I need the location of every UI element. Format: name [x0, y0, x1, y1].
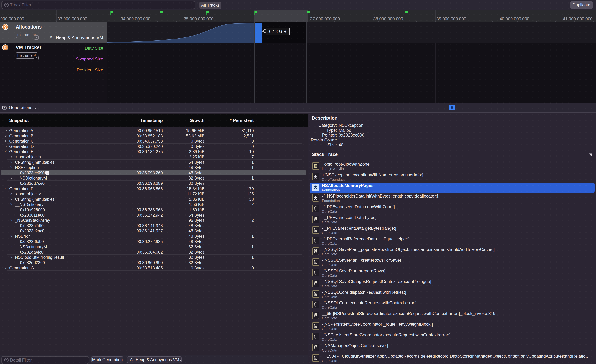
growth-cell: 96 Bytes: [189, 218, 205, 223]
stack-frame[interactable]: NSAllocateMemoryPagesFoundation: [308, 183, 596, 193]
focus-arrow-icon[interactable]: →: [45, 171, 49, 175]
table-row[interactable]: 0x2823f6d9000:36.272.93548 Bytes: [0, 239, 308, 244]
stack-frame[interactable]: -[_PFEvanescentData bytes]CoreData: [308, 215, 596, 225]
generation-flag-icon[interactable]: [307, 11, 307, 15]
track-filter-field[interactable]: [1, 1, 195, 9]
generation-flag-icon[interactable]: [110, 11, 111, 15]
generation-flag-icon[interactable]: [405, 11, 405, 15]
table-row[interactable]: 0x2823c2df000:36.141.94648 Bytes: [0, 223, 308, 228]
table-row[interactable]: >Generation E00:36.134.2752.39 KiB10: [0, 149, 308, 154]
stack-frame[interactable]: -[NSSQLSavePlan prepareRows]CoreData: [308, 268, 596, 279]
allocations-instrument-badge[interactable]: Instrument: [16, 32, 37, 38]
stack-frame[interactable]: __150-[PFCloudKitSerializer applyUpdated…: [308, 353, 596, 364]
table-row[interactable]: >Generation A00:09.952.51615.95 MiB81,11…: [0, 128, 308, 133]
stack-frame[interactable]: -[_PFEvanescentData copyWithZone:]CoreDa…: [308, 204, 596, 215]
table-row[interactable]: 0x282dd236000:36.960.99032 Bytes: [0, 260, 308, 265]
ruler-minor-tick: [12, 21, 12, 22]
allocations-track-header[interactable]: Allocations Instrument All Heap & Anonym…: [0, 22, 107, 43]
stack-frame[interactable]: -[NSSQLSavePlan _createRowsForSave]CoreD…: [308, 257, 596, 268]
stack-frame[interactable]: -[NSManagedObjectContext save:]CoreData: [308, 343, 596, 353]
table-header[interactable]: SnapshotTimestampGrowth# Persistent: [0, 114, 308, 127]
generation-flag-icon[interactable]: [206, 11, 207, 15]
table-row[interactable]: >Generation G00:38.518.4850 Bytes0: [0, 265, 308, 270]
disclosure-right-icon[interactable]: >: [10, 192, 13, 196]
disclosure-down-icon[interactable]: >: [9, 203, 14, 205]
detail-filter-field[interactable]: [1, 356, 89, 364]
table-row[interactable]: 0x10a92600000:36.383.9681.50 KiB: [0, 207, 308, 212]
stack-frame[interactable]: -[NSPersistentStoreCoordinator executeRe…: [308, 332, 596, 343]
stack-display-options-icon[interactable]: [588, 152, 593, 158]
ruler-label: 35.000.000.000: [184, 16, 214, 22]
table-row[interactable]: >NSException48 Bytes1: [0, 165, 308, 170]
stack-frame[interactable]: -[NSSQLCore executeRequest:withContext:e…: [308, 300, 596, 311]
vm-tracker-instrument-badge[interactable]: Instrument: [16, 52, 37, 59]
timeline-ruler[interactable]: 000.000.00033.000.000.00034.000.000.0003…: [0, 10, 596, 23]
column-header-growth[interactable]: Growth: [189, 114, 204, 127]
detail-filter-input[interactable]: [9, 357, 89, 363]
disclosure-right-icon[interactable]: >: [5, 134, 7, 138]
disclosure-down-icon[interactable]: >: [9, 219, 14, 221]
generation-e-badge[interactable]: E: [449, 105, 455, 111]
table-row[interactable]: 0x282da4fc000:36.384.00232 Bytes: [0, 249, 308, 255]
stack-frame[interactable]: _objc_rootAllocWithZonelibobjc.A.dylib: [308, 161, 596, 172]
disclosure-down-icon[interactable]: >: [4, 187, 8, 189]
disclosure-down-icon[interactable]: >: [9, 256, 14, 258]
frame-symbol: -[_NSPlaceholderData initWithBytes:lengt…: [322, 193, 438, 199]
table-row[interactable]: >< non-object >2.25 KiB7: [0, 154, 308, 160]
table-row[interactable]: >__NSDictionaryM32 Bytes1: [0, 244, 308, 249]
table-row[interactable]: >< non-object >11.72 KiB125: [0, 191, 308, 196]
disclosure-right-icon[interactable]: >: [5, 128, 7, 133]
disclosure-right-icon[interactable]: >: [10, 155, 13, 159]
disclosure-down-icon[interactable]: >: [9, 177, 14, 179]
stack-frame[interactable]: +[NSException exceptionWithName:reason:u…: [308, 172, 596, 183]
persistent-cell: 7: [251, 155, 254, 160]
stack-frame[interactable]: -[_PFEvanescentData getBytes:range:]Core…: [308, 225, 596, 236]
all-tracks-button[interactable]: All Tracks: [200, 2, 221, 9]
track-filter-input[interactable]: [9, 2, 195, 7]
column-header-timestamp[interactable]: Timestamp: [140, 114, 163, 127]
chevron-down-icon[interactable]: [34, 35, 38, 40]
growth-cell: 11.72 KiB: [187, 192, 204, 196]
disclosure-right-icon[interactable]: >: [5, 144, 7, 149]
table-row[interactable]: >Generation B00:33.852.18853.62 MiB2,531: [0, 133, 308, 138]
detail-view-selector[interactable]: Generations: [2, 104, 36, 111]
stack-frame[interactable]: -[NSSQLSaveChangesRequestContext execute…: [308, 279, 596, 290]
table-row[interactable]: 0x2823c2ac000:36.141.92748 Bytes: [0, 228, 308, 233]
table-row[interactable]: >_NSCallStackArray96 Bytes2: [0, 217, 308, 223]
disclosure-down-icon[interactable]: >: [9, 166, 14, 168]
disclosure-down-icon[interactable]: >: [4, 267, 8, 269]
stack-frame[interactable]: -[NSPersistentStoreCoordinator _routeHea…: [308, 321, 596, 332]
table-row[interactable]: >Generation D00:35.370.2400 Bytes0: [0, 144, 308, 149]
stack-frame[interactable]: -[_NSPlaceholderData initWithBytes:lengt…: [308, 193, 596, 204]
duplicate-button[interactable]: Duplicate: [570, 1, 593, 8]
stack-frame[interactable]: __65-[NSPersistentStoreCoordinator execu…: [308, 311, 596, 321]
table-row[interactable]: >Generation C00:34.637.7530 Bytes0: [0, 138, 308, 144]
table-row[interactable]: 0x283811e8000:36.272.94264 Bytes: [0, 212, 308, 218]
table-row[interactable]: >Generation F00:36.963.86615.84 KiB170: [0, 186, 308, 191]
table-row[interactable]: >__NSDictionaryI1.56 KiB2: [0, 202, 308, 207]
scope-dropdown[interactable]: All Heap & Anonymous VM: [127, 356, 182, 363]
column-header-persistent[interactable]: # Persistent: [230, 114, 254, 127]
stack-frame[interactable]: -[NSSQLCore dispatchRequest:withRetries:…: [308, 290, 596, 300]
table-row[interactable]: 0x2823ec690→00:36.098.26048 Bytes: [0, 170, 308, 175]
mark-generation-button[interactable]: Mark Generation: [91, 356, 124, 363]
chevron-down-icon[interactable]: [34, 56, 38, 60]
table-row[interactable]: >CFString (immutable)64 Bytes1: [0, 160, 308, 165]
disclosure-right-icon[interactable]: >: [10, 197, 13, 201]
table-row[interactable]: >NSCloudKitMirroringResult32 Bytes1: [0, 254, 308, 260]
disclosure-right-icon[interactable]: >: [5, 139, 7, 143]
table-row[interactable]: >CFString (immutable)2.36 KiB38: [0, 196, 308, 202]
disclosure-down-icon[interactable]: >: [9, 235, 14, 237]
disclosure-down-icon[interactable]: >: [4, 150, 8, 153]
stack-frame[interactable]: -[NSSQLSavePlan _populateRow:fromObject:…: [308, 247, 596, 257]
stack-frame[interactable]: -[_PFExternalReferenceData _isEqualHelpe…: [308, 236, 596, 247]
table-row[interactable]: 0x282dd7ce000:36.098.28932 Bytes: [0, 181, 308, 186]
disclosure-down-icon[interactable]: >: [9, 245, 14, 248]
column-header-snapshot[interactable]: Snapshot: [9, 114, 29, 127]
generation-flag-icon[interactable]: [254, 11, 255, 15]
disclosure-right-icon[interactable]: >: [10, 160, 13, 164]
table-row[interactable]: >NSError48 Bytes1: [0, 233, 308, 239]
generation-flag-icon[interactable]: [160, 11, 160, 15]
allocations-chart-lane[interactable]: [107, 22, 596, 43]
table-row[interactable]: >__NSDictionaryM32 Bytes1: [0, 175, 308, 181]
